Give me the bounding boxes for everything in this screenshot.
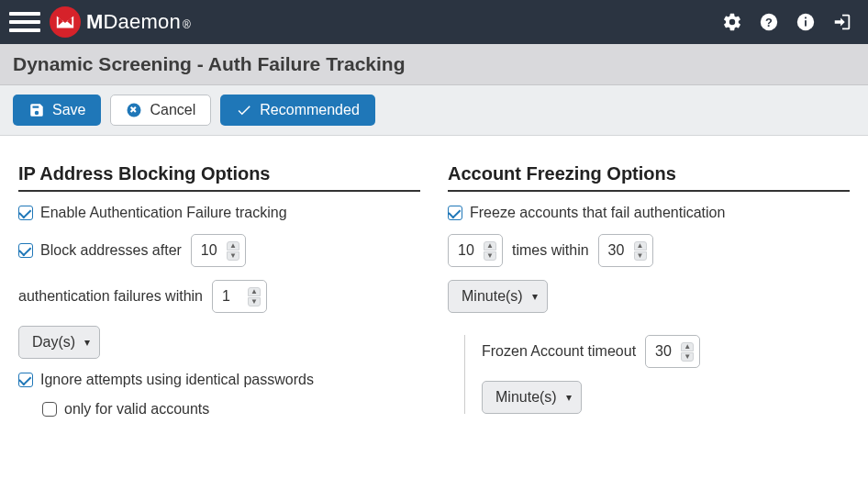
failures-within-label: authentication failures within [18,288,203,305]
spinner-icon[interactable]: ▲▼ [484,241,496,261]
frozen-timeout-unit-select[interactable]: Minute(s) ▾ [482,381,582,414]
account-freezing-section: Account Freezing Options Freeze accounts… [448,158,850,430]
spinner-icon[interactable]: ▲▼ [227,241,239,261]
brand-name: MDaemon® [86,10,191,34]
block-time-unit-value: Day(s) [32,334,75,351]
only-valid-accounts-checkbox[interactable]: only for valid accounts [42,401,209,418]
topbar-actions: ? [721,11,859,33]
check-icon [236,102,252,118]
frozen-timeout-input[interactable]: 30 ▲▼ [645,335,700,368]
freeze-within-input[interactable]: 30 ▲▼ [598,234,653,267]
ignore-identical-label: Ignore attempts using identical password… [40,372,314,388]
spinner-icon[interactable]: ▲▼ [681,342,694,362]
svg-text:?: ? [765,16,773,29]
info-icon[interactable] [795,11,817,33]
spinner-icon[interactable]: ▲▼ [634,241,647,261]
brand-logo-icon [50,6,81,38]
content-columns: IP Address Blocking Options Enable Authe… [0,145,868,479]
recommended-button[interactable]: Recommended [220,95,375,126]
freeze-accounts-label: Freeze accounts that fail authentication [470,205,725,221]
checkbox-icon [448,206,462,220]
account-freezing-heading: Account Freezing Options [448,163,850,192]
settings-icon[interactable] [721,11,743,33]
block-time-unit-select[interactable]: Day(s) ▾ [18,326,100,359]
times-within-label: times within [512,242,589,259]
cancel-label: Cancel [150,102,195,118]
content-scroll[interactable]: IP Address Blocking Options Enable Authe… [0,145,868,479]
cancel-icon [126,102,142,118]
cancel-button[interactable]: Cancel [110,95,211,126]
enable-tracking-checkbox[interactable]: Enable Authentication Failure tracking [18,205,287,221]
menu-icon[interactable] [9,6,40,38]
checkbox-icon [18,243,33,258]
checkbox-icon [42,402,57,417]
brand-prefix: M [86,10,104,34]
chevron-down-icon: ▾ [84,336,90,349]
frozen-timeout-value: 30 [655,343,675,360]
only-valid-accounts-label: only for valid accounts [64,401,209,418]
help-icon[interactable]: ? [758,11,780,33]
frozen-timeout-group: Frozen Account timeout 30 ▲▼ Minute(s) ▾ [464,335,850,414]
brand-reg: ® [183,18,191,31]
freeze-time-unit-value: Minute(s) [462,288,523,305]
svg-rect-3 [805,20,807,26]
spinner-icon[interactable]: ▲▼ [248,287,261,306]
chevron-down-icon: ▾ [532,290,538,303]
enable-tracking-label: Enable Authentication Failure tracking [40,205,287,221]
failures-within-value: 1 [222,288,242,305]
save-icon [28,102,45,118]
block-after-count-value: 10 [201,242,221,259]
page-title: Dynamic Screening - Auth Failure Trackin… [13,53,855,75]
save-label: Save [52,102,85,118]
ignore-identical-checkbox[interactable]: Ignore attempts using identical password… [18,372,314,388]
page-title-bar: Dynamic Screening - Auth Failure Trackin… [0,44,868,85]
checkbox-icon [18,373,33,387]
block-after-checkbox[interactable]: Block addresses after [18,242,182,259]
failures-within-input[interactable]: 1 ▲▼ [212,280,267,313]
brand-rest: Daemon [104,10,181,34]
freeze-accounts-checkbox[interactable]: Freeze accounts that fail authentication [448,205,725,221]
action-bar: Save Cancel Recommended [0,85,868,136]
freeze-within-value: 30 [608,242,629,259]
recommended-label: Recommended [260,102,360,118]
frozen-timeout-label: Frozen Account timeout [482,343,636,360]
freeze-times-input[interactable]: 10 ▲▼ [448,234,503,267]
logout-icon[interactable] [831,11,853,33]
ip-blocking-heading: IP Address Blocking Options [18,163,420,192]
save-button[interactable]: Save [13,95,101,126]
block-after-count-input[interactable]: 10 ▲▼ [191,234,246,267]
checkbox-icon [18,206,33,220]
freeze-time-unit-select[interactable]: Minute(s) ▾ [448,280,548,313]
frozen-timeout-unit-value: Minute(s) [495,389,557,406]
block-after-label: Block addresses after [40,242,182,259]
freeze-times-value: 10 [458,242,478,259]
top-bar: MDaemon® ? [0,0,868,44]
chevron-down-icon: ▾ [566,391,572,404]
ip-blocking-section: IP Address Blocking Options Enable Authe… [18,158,420,430]
svg-rect-4 [805,17,807,19]
